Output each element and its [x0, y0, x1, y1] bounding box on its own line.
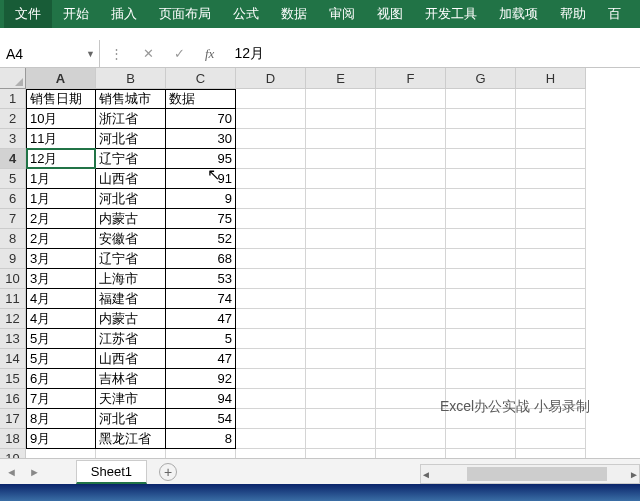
cell-H18[interactable] [516, 429, 586, 449]
chevron-down-icon[interactable]: ▼ [86, 49, 95, 59]
cell-B8[interactable]: 安徽省 [96, 229, 166, 249]
row-header-6[interactable]: 6 [0, 189, 26, 209]
cell-G3[interactable] [446, 129, 516, 149]
cell-H9[interactable] [516, 249, 586, 269]
col-header-C[interactable]: C [166, 68, 236, 89]
cell-G5[interactable] [446, 169, 516, 189]
col-header-D[interactable]: D [236, 68, 306, 89]
row-header-2[interactable]: 2 [0, 109, 26, 129]
cell-A13[interactable]: 5月 [26, 329, 96, 349]
ribbon-tab-文件[interactable]: 文件 [4, 0, 52, 28]
cell-C8[interactable]: 52 [166, 229, 236, 249]
select-all-corner[interactable] [0, 68, 26, 89]
cell-G18[interactable] [446, 429, 516, 449]
cell-H11[interactable] [516, 289, 586, 309]
row-header-3[interactable]: 3 [0, 129, 26, 149]
cell-A2[interactable]: 10月 [26, 109, 96, 129]
cell-H8[interactable] [516, 229, 586, 249]
cell-G1[interactable] [446, 89, 516, 109]
tab-nav-prev-icon[interactable]: ◄ [0, 466, 23, 478]
row-header-13[interactable]: 13 [0, 329, 26, 349]
col-header-E[interactable]: E [306, 68, 376, 89]
row-header-17[interactable]: 17 [0, 409, 26, 429]
formula-input[interactable]: 12月 [224, 40, 640, 67]
cell-G12[interactable] [446, 309, 516, 329]
cell-C4[interactable]: 95 [166, 149, 236, 169]
cell-C14[interactable]: 47 [166, 349, 236, 369]
cell-H5[interactable] [516, 169, 586, 189]
cell-B12[interactable]: 内蒙古 [96, 309, 166, 329]
cell-E6[interactable] [306, 189, 376, 209]
row-header-10[interactable]: 10 [0, 269, 26, 289]
cell-F16[interactable] [376, 389, 446, 409]
cell-C5[interactable]: 91 [166, 169, 236, 189]
cell-F12[interactable] [376, 309, 446, 329]
cell-H4[interactable] [516, 149, 586, 169]
cell-B14[interactable]: 山西省 [96, 349, 166, 369]
cell-B3[interactable]: 河北省 [96, 129, 166, 149]
cell-G8[interactable] [446, 229, 516, 249]
cell-E14[interactable] [306, 349, 376, 369]
cell-H13[interactable] [516, 329, 586, 349]
cell-E9[interactable] [306, 249, 376, 269]
cell-D15[interactable] [236, 369, 306, 389]
row-header-16[interactable]: 16 [0, 389, 26, 409]
cell-H3[interactable] [516, 129, 586, 149]
cell-F17[interactable] [376, 409, 446, 429]
cell-C9[interactable]: 68 [166, 249, 236, 269]
cell-G11[interactable] [446, 289, 516, 309]
ribbon-tab-加载项[interactable]: 加载项 [488, 0, 549, 28]
cell-G6[interactable] [446, 189, 516, 209]
row-header-9[interactable]: 9 [0, 249, 26, 269]
cell-A16[interactable]: 7月 [26, 389, 96, 409]
cell-A5[interactable]: 1月 [26, 169, 96, 189]
row-header-5[interactable]: 5 [0, 169, 26, 189]
cell-A12[interactable]: 4月 [26, 309, 96, 329]
cell-H6[interactable] [516, 189, 586, 209]
cell-D7[interactable] [236, 209, 306, 229]
cell-G15[interactable] [446, 369, 516, 389]
cell-D6[interactable] [236, 189, 306, 209]
cell-H10[interactable] [516, 269, 586, 289]
col-header-A[interactable]: A [26, 68, 96, 89]
cell-E4[interactable] [306, 149, 376, 169]
cell-A17[interactable]: 8月 [26, 409, 96, 429]
cancel-icon[interactable]: ⋮ [100, 46, 133, 61]
ribbon-tab-开始[interactable]: 开始 [52, 0, 100, 28]
cell-B2[interactable]: 浙江省 [96, 109, 166, 129]
row-header-4[interactable]: 4 [0, 149, 26, 169]
name-box[interactable]: A4 ▼ [0, 40, 100, 67]
cell-C18[interactable]: 8 [166, 429, 236, 449]
cell-D5[interactable] [236, 169, 306, 189]
cell-G10[interactable] [446, 269, 516, 289]
cell-G14[interactable] [446, 349, 516, 369]
cancel-x-icon[interactable]: ✕ [133, 46, 164, 61]
cell-F13[interactable] [376, 329, 446, 349]
cell-A14[interactable]: 5月 [26, 349, 96, 369]
cell-D11[interactable] [236, 289, 306, 309]
cell-D3[interactable] [236, 129, 306, 149]
sheet-area[interactable]: 12345678910111213141516171819 ABCDEFGH销售… [0, 68, 640, 473]
cell-F14[interactable] [376, 349, 446, 369]
cell-E10[interactable] [306, 269, 376, 289]
cell-D9[interactable] [236, 249, 306, 269]
cell-D8[interactable] [236, 229, 306, 249]
cell-D4[interactable] [236, 149, 306, 169]
ribbon-tab-页面布局[interactable]: 页面布局 [148, 0, 222, 28]
cell-B10[interactable]: 上海市 [96, 269, 166, 289]
cell-D16[interactable] [236, 389, 306, 409]
cell-C17[interactable]: 54 [166, 409, 236, 429]
col-header-H[interactable]: H [516, 68, 586, 89]
row-header-8[interactable]: 8 [0, 229, 26, 249]
cell-H15[interactable] [516, 369, 586, 389]
row-header-11[interactable]: 11 [0, 289, 26, 309]
cell-F18[interactable] [376, 429, 446, 449]
cell-B9[interactable]: 辽宁省 [96, 249, 166, 269]
cell-D12[interactable] [236, 309, 306, 329]
cell-E15[interactable] [306, 369, 376, 389]
row-header-14[interactable]: 14 [0, 349, 26, 369]
sheet-tab-active[interactable]: Sheet1 [76, 460, 147, 484]
cell-F15[interactable] [376, 369, 446, 389]
cell-G13[interactable] [446, 329, 516, 349]
cell-B15[interactable]: 吉林省 [96, 369, 166, 389]
